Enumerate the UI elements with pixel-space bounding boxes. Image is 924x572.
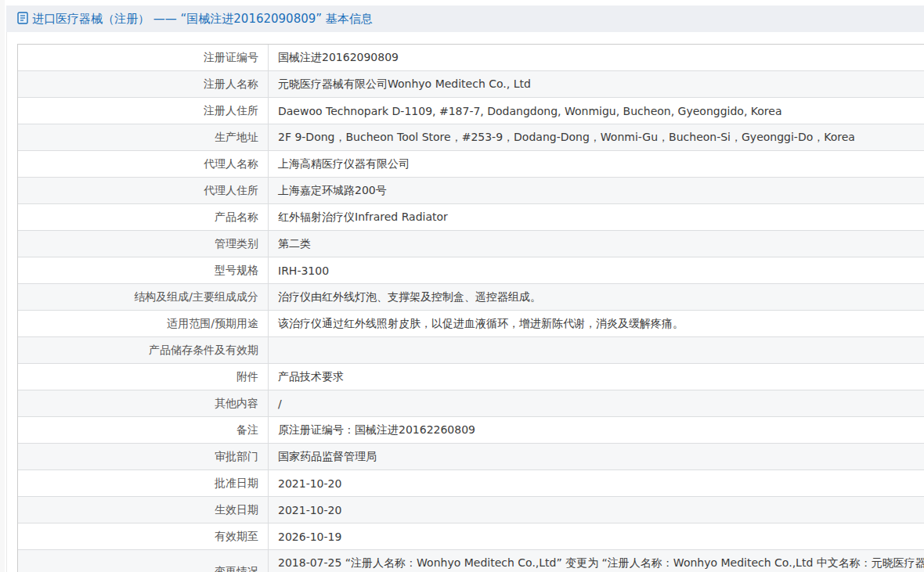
row-value: 上海高精医疗仪器有限公司 bbox=[269, 151, 924, 177]
row-value: 2018-07-25 “注册人名称：Wonhyo Meditech Co.,Lt… bbox=[269, 550, 924, 572]
table-row: 适用范围/预期用途 该治疗仪通过红外线照射皮肤，以促进血液循环，增进新陈代谢，消… bbox=[18, 311, 924, 337]
row-label: 附件 bbox=[18, 364, 269, 390]
table-row: 有效期至 2026-10-19 bbox=[18, 523, 924, 550]
row-value: 2021-10-20 bbox=[269, 470, 924, 496]
row-value: 治疗仪由红外线灯泡、支撑架及控制盒、遥控器组成。 bbox=[269, 284, 924, 310]
table-row: 注册人名称 元晓医疗器械有限公司Wonhyo Meditech Co., Ltd bbox=[18, 71, 924, 98]
table-row: 其他内容 / bbox=[18, 390, 924, 417]
info-table: 注册证编号 国械注进20162090809 注册人名称 元晓医疗器械有限公司Wo… bbox=[17, 44, 924, 572]
row-value: 第二类 bbox=[269, 231, 924, 257]
document-icon bbox=[17, 12, 28, 27]
page-title-text: 进口医疗器械（注册） —— “国械注进20162090809” 基本信息 bbox=[32, 12, 373, 27]
row-label: 产品储存条件及有效期 bbox=[18, 337, 269, 363]
row-label: 注册证编号 bbox=[18, 45, 269, 70]
row-value bbox=[269, 337, 924, 363]
row-value: 国械注进20162090809 bbox=[269, 45, 924, 70]
row-label: 型号规格 bbox=[18, 257, 269, 283]
row-label: 管理类别 bbox=[18, 231, 269, 257]
row-value: 元晓医疗器械有限公司Wonhyo Meditech Co., Ltd bbox=[269, 71, 924, 97]
table-row: 代理人住所 上海嘉定环城路200号 bbox=[18, 178, 924, 204]
table-row: 生效日期 2021-10-20 bbox=[18, 497, 924, 523]
row-value: IRH-3100 bbox=[269, 257, 924, 283]
row-value: Daewoo Technopark D-1109, #187-7, Dodang… bbox=[269, 98, 924, 124]
table-row: 备注 原注册证编号：国械注进20162260809 bbox=[18, 417, 924, 444]
row-value: 2021-10-20 bbox=[269, 497, 924, 523]
row-value: 国家药品监督管理局 bbox=[269, 444, 924, 469]
row-label: 有效期至 bbox=[18, 523, 269, 549]
row-label: 适用范围/预期用途 bbox=[18, 311, 269, 336]
table-row: 生产地址 2F 9-Dong，Bucheon Tool Store，#253-9… bbox=[18, 124, 924, 151]
table-row: 注册证编号 国械注进20162090809 bbox=[18, 45, 924, 71]
row-value: 2F 9-Dong，Bucheon Tool Store，#253-9，Doda… bbox=[269, 124, 924, 150]
page-title: 进口医疗器械（注册） —— “国械注进20162090809” 基本信息 bbox=[17, 11, 373, 27]
row-label: 生效日期 bbox=[18, 497, 269, 523]
table-row: 代理人名称 上海高精医疗仪器有限公司 bbox=[18, 151, 924, 178]
table-row: 审批部门 国家药品监督管理局 bbox=[18, 444, 924, 470]
content-left-edge bbox=[6, 5, 7, 572]
row-value: 2026-10-19 bbox=[269, 523, 924, 549]
page-left-strip bbox=[0, 0, 5, 572]
table-row: 注册人住所 Daewoo Technopark D-1109, #187-7, … bbox=[18, 98, 924, 124]
table-row: 批准日期 2021-10-20 bbox=[18, 470, 924, 497]
table-row: 型号规格 IRH-3100 bbox=[18, 257, 924, 284]
row-label: 生产地址 bbox=[18, 124, 269, 150]
table-row: 附件 产品技术要求 bbox=[18, 364, 924, 390]
table-row: 管理类别 第二类 bbox=[18, 231, 924, 257]
row-label: 代理人住所 bbox=[18, 178, 269, 203]
row-label: 备注 bbox=[18, 417, 269, 443]
row-value: 原注册证编号：国械注进20162260809 bbox=[269, 417, 924, 443]
table-row: 产品储存条件及有效期 bbox=[18, 337, 924, 364]
row-label: 注册人住所 bbox=[18, 98, 269, 124]
row-label: 批准日期 bbox=[18, 470, 269, 496]
row-value: / bbox=[269, 390, 924, 416]
row-value: 产品技术要求 bbox=[269, 364, 924, 390]
row-label: 变更情况 bbox=[18, 550, 269, 572]
row-label: 注册人名称 bbox=[18, 71, 269, 97]
table-row: 产品名称 红外辐射治疗仪Infrared Radiator bbox=[18, 204, 924, 231]
row-label: 其他内容 bbox=[18, 390, 269, 416]
table-row: 变更情况 2018-07-25 “注册人名称：Wonhyo Meditech C… bbox=[18, 550, 924, 572]
row-label: 审批部门 bbox=[18, 444, 269, 469]
page-title-bar: 进口医疗器械（注册） —— “国械注进20162090809” 基本信息 bbox=[6, 5, 924, 32]
row-value: 上海嘉定环城路200号 bbox=[269, 178, 924, 203]
row-value: 红外辐射治疗仪Infrared Radiator bbox=[269, 204, 924, 230]
row-label: 结构及组成/主要组成成分 bbox=[18, 284, 269, 310]
row-value: 该治疗仪通过红外线照射皮肤，以促进血液循环，增进新陈代谢，消炎及缓解疼痛。 bbox=[269, 311, 924, 336]
table-row: 结构及组成/主要组成成分 治疗仪由红外线灯泡、支撑架及控制盒、遥控器组成。 bbox=[18, 284, 924, 311]
row-label: 代理人名称 bbox=[18, 151, 269, 177]
row-label: 产品名称 bbox=[18, 204, 269, 230]
